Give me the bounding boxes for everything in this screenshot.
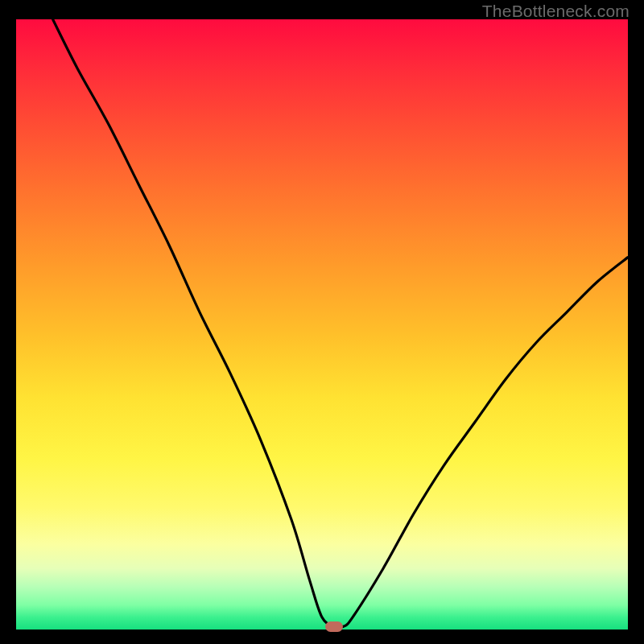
attribution-text: TheBottleneck.com: [482, 2, 630, 21]
chart-frame: TheBottleneck.com: [0, 0, 644, 644]
min-marker: [325, 621, 343, 632]
chart-curve: [16, 19, 628, 630]
curve-path: [53, 19, 628, 628]
chart-plot-area: [16, 19, 628, 630]
